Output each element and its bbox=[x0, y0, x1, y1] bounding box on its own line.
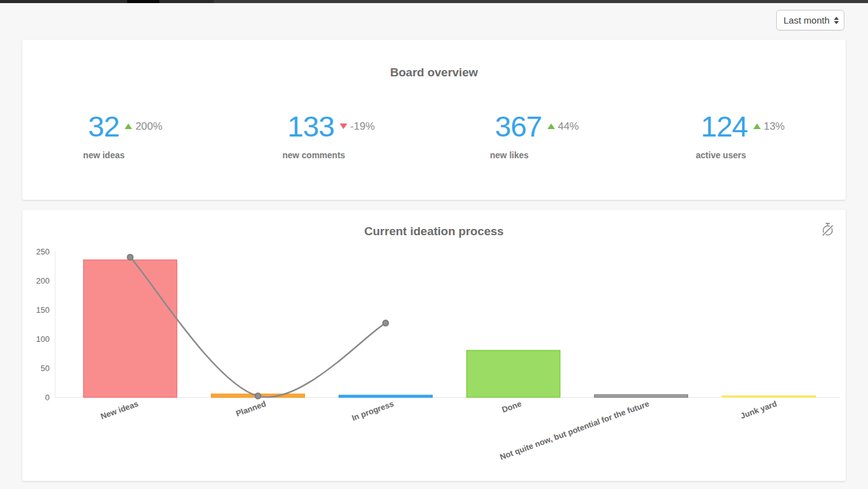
metric-change: 200% bbox=[135, 120, 162, 133]
svg-text:Done: Done bbox=[500, 399, 523, 415]
metric-label: active users bbox=[696, 150, 784, 160]
metric-new-comments: 133 -19% new comments bbox=[228, 112, 434, 160]
metrics-row: 32 200% new ideas 133 -19% new comments bbox=[22, 112, 846, 160]
browser-top-strip bbox=[0, 0, 868, 3]
period-select[interactable]: Last month bbox=[776, 10, 844, 30]
metric-label: new comments bbox=[282, 150, 374, 160]
metric-value: 367 bbox=[495, 112, 541, 141]
metric-change: 13% bbox=[764, 120, 785, 133]
ideation-chart-title: Current ideation process bbox=[22, 210, 846, 238]
metric-active-users: 124 13% active users bbox=[640, 112, 846, 160]
svg-text:Planned: Planned bbox=[234, 399, 267, 418]
metric-label: new ideas bbox=[83, 150, 162, 160]
period-select-value: Last month bbox=[784, 15, 830, 25]
metric-label: new likes bbox=[490, 150, 578, 160]
svg-text:100: 100 bbox=[36, 334, 50, 344]
metric-new-likes: 367 44% new likes bbox=[434, 112, 640, 160]
metric-value: 124 bbox=[701, 112, 747, 141]
svg-text:150: 150 bbox=[36, 305, 50, 315]
svg-text:Junk yard: Junk yard bbox=[739, 399, 778, 421]
svg-text:50: 50 bbox=[41, 364, 50, 373]
metric-change: -19% bbox=[350, 120, 375, 133]
metric-value: 133 bbox=[287, 112, 334, 141]
trend-up-icon bbox=[125, 123, 132, 129]
top-strip-segment bbox=[0, 0, 214, 3]
metric-new-ideas: 32 200% new ideas bbox=[22, 112, 228, 160]
board-overview-card: Board overview 32 200% new ideas 133 -19… bbox=[22, 40, 846, 200]
svg-text:In progress: In progress bbox=[350, 399, 395, 423]
trend-up-icon bbox=[547, 123, 555, 129]
trend-down-icon bbox=[340, 123, 347, 129]
timer-off-icon[interactable] bbox=[821, 222, 835, 237]
trend-up-icon bbox=[753, 123, 761, 129]
board-overview-title: Board overview bbox=[22, 40, 846, 79]
metric-change: 44% bbox=[558, 120, 579, 133]
svg-text:Not quite now, but potential f: Not quite now, but potential for the fut… bbox=[498, 399, 650, 462]
ideation-chart-card: 050100150200250New ideasPlannedIn progre… bbox=[22, 210, 846, 481]
top-strip-tab-segment bbox=[127, 0, 159, 3]
svg-text:0: 0 bbox=[45, 393, 50, 402]
svg-text:200: 200 bbox=[36, 276, 50, 285]
metric-value: 32 bbox=[88, 112, 119, 141]
svg-text:250: 250 bbox=[36, 247, 50, 256]
svg-text:New ideas: New ideas bbox=[99, 399, 140, 421]
select-stepper-icon bbox=[834, 17, 839, 24]
ideation-chart-canvas[interactable]: 050100150200250New ideasPlannedIn progre… bbox=[22, 210, 846, 481]
